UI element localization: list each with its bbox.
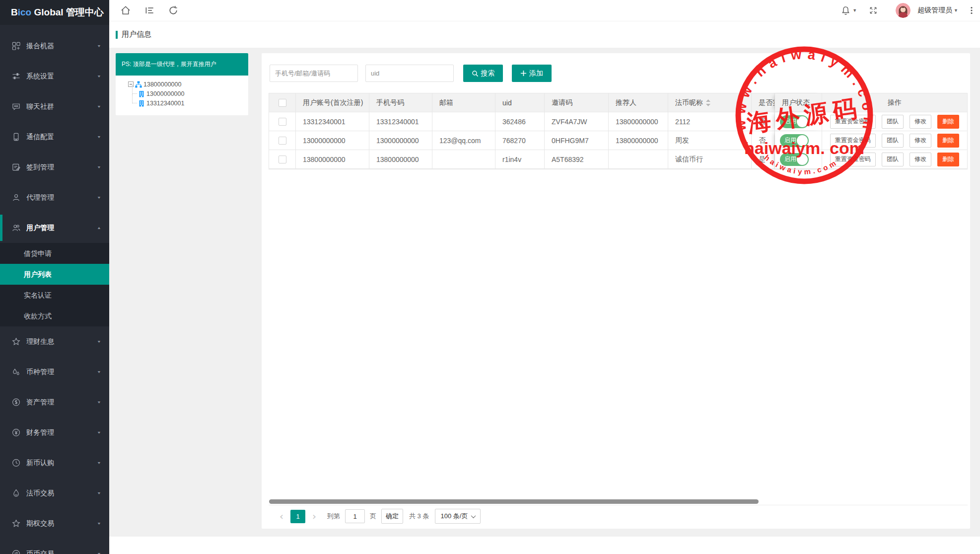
tree-root-node[interactable]: 13800000000 — [128, 79, 248, 89]
delete-button[interactable]: 删除 — [937, 134, 959, 148]
column-header-uid: uid — [495, 93, 545, 112]
cell-invite: A5T68392 — [545, 150, 609, 169]
cell-invite: 0HFHG9M7 — [545, 131, 609, 150]
settings-icon — [12, 72, 20, 80]
sidebar-item[interactable]: 撮合机器▼ — [0, 31, 109, 61]
chevron-down-icon: ▼ — [97, 196, 101, 200]
user-role-menu[interactable]: 超级管理员 ▼ — [917, 6, 958, 15]
log-list-icon[interactable] — [144, 5, 155, 16]
delete-button[interactable]: 删除 — [937, 115, 959, 129]
status-toggle[interactable]: 启用 — [780, 115, 809, 128]
next-page-button[interactable]: › — [308, 510, 320, 522]
sidebar-item[interactable]: 币币交易▼ — [0, 539, 109, 554]
status-toggle[interactable]: 启用 — [780, 134, 809, 147]
team-button[interactable]: 团队 — [882, 134, 904, 148]
tree-child-label: 13000000000 — [146, 90, 184, 97]
tree-banner: PS: 顶部是一级代理，展开直推用户 — [116, 53, 248, 76]
sidebar-item[interactable]: 期权交易▼ — [0, 508, 109, 539]
tree-child-node[interactable]: 13000000000 — [135, 89, 248, 98]
plus-icon — [520, 70, 527, 77]
chevron-down-icon: ▼ — [97, 431, 101, 435]
prev-page-button[interactable]: ‹ — [276, 510, 287, 522]
column-header-invite: 邀请码 — [545, 93, 609, 112]
cell-actions: 重置资金密码团队修改删除 — [822, 150, 967, 169]
tree-children: 1300000000013312340001 — [135, 89, 248, 108]
agent-tree-card: PS: 顶部是一级代理，展开直推用户 13800000000 130000000… — [116, 53, 248, 115]
edit-button[interactable]: 修改 — [910, 153, 931, 166]
sidebar-item[interactable]: 法币交易▼ — [0, 478, 109, 508]
star-icon — [12, 519, 20, 528]
delete-button[interactable]: 删除 — [937, 153, 959, 166]
sidebar-item[interactable]: 代理管理▼ — [0, 182, 109, 213]
pagination: ‹ 1 › 到第 页 确定 共 3 条 100 条/页 — [276, 508, 481, 524]
chevron-down-icon: ▼ — [852, 8, 857, 13]
sidebar-item[interactable]: 资产管理▼ — [0, 387, 109, 417]
row-checkbox[interactable] — [279, 156, 286, 163]
avatar[interactable] — [896, 3, 910, 18]
notifications-button[interactable]: ▼ — [840, 5, 857, 16]
machine-icon — [12, 42, 20, 50]
more-menu-icon[interactable] — [967, 6, 976, 15]
sidebar-item[interactable]: 签到管理▼ — [0, 152, 109, 182]
sidebar-item[interactable]: 系统设置▼ — [0, 61, 109, 91]
confirm-page-button[interactable]: 确定 — [381, 509, 403, 524]
table-row: 1300000000013000000000123@qq.com7682700H… — [269, 131, 967, 150]
select-all-checkbox[interactable] — [279, 99, 286, 107]
chat-icon — [12, 102, 20, 111]
refresh-icon[interactable] — [168, 5, 179, 16]
sidebar-item[interactable]: 币种管理▼ — [0, 357, 109, 387]
cell-account: 13800000000 — [296, 150, 369, 169]
page-size-select[interactable]: 100 条/页 — [435, 509, 481, 524]
page-title: 用户信息 — [122, 30, 151, 39]
sidebar-item[interactable]: 用户管理▲ — [0, 213, 109, 243]
keyword-input[interactable] — [270, 65, 358, 82]
sidebar-subitem[interactable]: 用户列表 — [0, 264, 109, 285]
sidebar-item[interactable]: 财务管理▼ — [0, 417, 109, 448]
users-icon — [12, 224, 20, 232]
reset-fund-password-button[interactable]: 重置资金密码 — [830, 153, 876, 166]
tree-child-node[interactable]: 13312340001 — [135, 98, 248, 108]
edit-button[interactable]: 修改 — [910, 134, 931, 148]
reset-fund-password-button[interactable]: 重置资金密码 — [830, 115, 876, 129]
cell-email: 123@qq.com — [432, 131, 495, 150]
sidebar-item[interactable]: 聊天社群▼ — [0, 91, 109, 122]
reset-fund-password-button[interactable]: 重置资金密码 — [830, 134, 876, 148]
sidebar-subitem[interactable]: 借贷申请 — [0, 243, 109, 264]
row-checkbox[interactable] — [279, 118, 286, 126]
sidebar-subitem[interactable]: 收款方式 — [0, 306, 109, 326]
agent-icon — [12, 193, 20, 202]
fullscreen-icon[interactable] — [869, 6, 878, 15]
sidebar-subitem[interactable]: 实名认证 — [0, 285, 109, 306]
cell-referrer: 13800000000 — [609, 131, 668, 150]
team-button[interactable]: 团队 — [882, 115, 904, 129]
team-button[interactable]: 团队 — [882, 153, 904, 166]
edit-button[interactable]: 修改 — [910, 115, 931, 129]
page-number-input[interactable] — [345, 509, 365, 523]
horizontal-scrollbar[interactable] — [269, 499, 759, 504]
user-list-card: 搜索 添加 用户账号(首次注册) 手机号码 邮箱 uid 邀请码 推荐人 — [262, 53, 970, 529]
sort-icon[interactable] — [706, 99, 710, 106]
fire-icon — [12, 489, 20, 497]
sidebar-item[interactable]: 新币认购▼ — [0, 448, 109, 478]
sidebar-item[interactable]: 理财生息▼ — [0, 326, 109, 357]
uid-input[interactable] — [365, 65, 454, 82]
column-header-status: 用户状态 — [775, 93, 822, 112]
cell-account: 13000000000 — [296, 131, 369, 150]
chevron-down-icon: ▼ — [97, 340, 101, 344]
chevron-down-icon: ▼ — [97, 370, 101, 374]
bell-icon — [840, 5, 851, 16]
column-header-nickname-sortable[interactable]: 法币昵称 — [668, 93, 752, 112]
goto-label: 到第 — [327, 512, 340, 521]
add-button[interactable]: 添加 — [512, 65, 552, 82]
sidebar-item[interactable]: 通信配置▼ — [0, 122, 109, 152]
cell-invite: ZVF4A7JW — [545, 112, 609, 131]
current-page-button[interactable]: 1 — [290, 510, 305, 523]
search-button[interactable]: 搜索 — [463, 65, 503, 82]
row-checkbox[interactable] — [279, 137, 286, 145]
tree-root-label: 13800000000 — [143, 81, 181, 88]
home-icon[interactable] — [120, 5, 131, 16]
signin-icon — [12, 163, 20, 171]
column-header-account: 用户账号(首次注册) — [296, 93, 369, 112]
users-table: 用户账号(首次注册) 手机号码 邮箱 uid 邀请码 推荐人 法币昵称 是否实名… — [269, 93, 968, 169]
status-toggle[interactable]: 启用 — [780, 153, 809, 166]
